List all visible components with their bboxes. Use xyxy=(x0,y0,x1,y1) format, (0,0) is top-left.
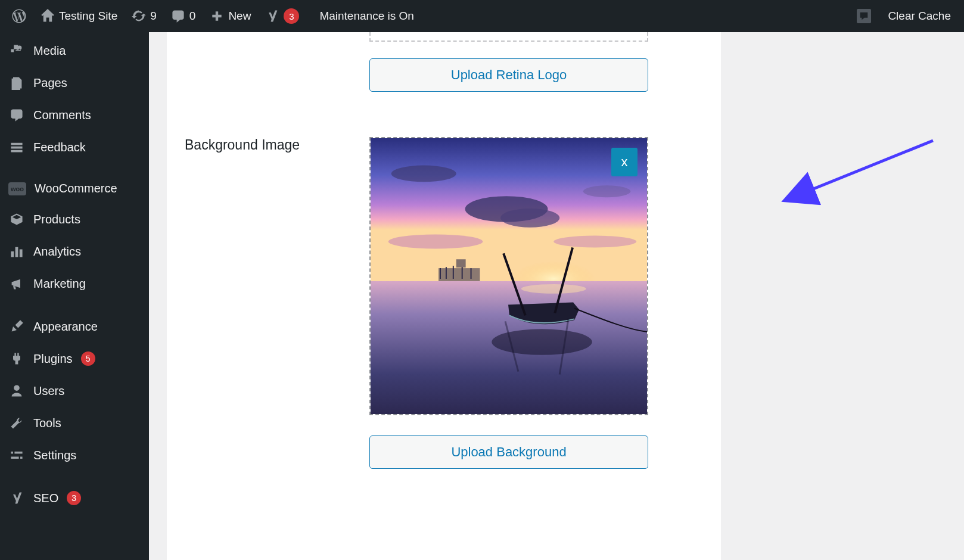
notification-icon xyxy=(857,9,871,23)
wp-logo-menu[interactable] xyxy=(5,0,33,32)
sidebar-item-label: Appearance xyxy=(33,320,98,334)
sidebar-item-label: Analytics xyxy=(33,245,81,259)
sidebar-item-comments[interactable]: Comments xyxy=(0,99,149,131)
new-label: New xyxy=(228,10,251,23)
products-icon xyxy=(8,211,25,228)
sidebar-item-label: Tools xyxy=(33,416,61,430)
sidebar-item-media[interactable]: Media xyxy=(0,35,149,67)
maintenance-menu[interactable]: Maintenance is On xyxy=(306,0,421,32)
retina-logo-placeholder xyxy=(369,32,648,42)
sidebar-item-plugins[interactable]: Plugins 5 xyxy=(0,343,149,375)
sidebar-item-label: Pages xyxy=(33,76,67,90)
background-image-label: Background Image xyxy=(185,137,300,153)
sidebar-item-seo[interactable]: SEO 3 xyxy=(0,482,149,514)
svg-point-6 xyxy=(388,235,483,249)
seo-icon xyxy=(8,490,25,506)
sidebar-item-label: Products xyxy=(33,213,80,226)
remove-image-button[interactable]: x xyxy=(611,148,638,176)
analytics-icon xyxy=(8,243,25,260)
content-area: Upload Retina Logo Background Image xyxy=(149,32,964,560)
sidebar-item-label: Feedback xyxy=(33,141,86,154)
sunset-image xyxy=(371,138,647,414)
svg-line-22 xyxy=(806,141,933,192)
sidebar-item-label: Settings xyxy=(33,449,76,462)
sidebar-item-settings[interactable]: Settings xyxy=(0,439,149,471)
sidebar-item-appearance[interactable]: Appearance xyxy=(0,310,149,343)
wordpress-icon xyxy=(12,9,26,23)
svg-point-19 xyxy=(492,329,592,355)
seo-badge: 3 xyxy=(67,491,81,505)
maintenance-label: Maintenance is On xyxy=(319,10,413,23)
svg-point-5 xyxy=(583,185,630,197)
sidebar-item-label: Plugins xyxy=(33,352,73,366)
admin-bar: Testing Site 9 0 New 3 Maintenance is On… xyxy=(0,0,964,32)
feedback-icon xyxy=(8,139,25,155)
settings-panel: Upload Retina Logo Background Image xyxy=(167,32,721,560)
svg-rect-8 xyxy=(439,268,480,281)
svg-point-4 xyxy=(391,166,456,182)
sidebar-item-pages[interactable]: Pages xyxy=(0,67,149,99)
sidebar-item-users[interactable]: Users xyxy=(0,375,149,407)
comments-count: 0 xyxy=(189,10,196,23)
sidebar-item-label: Users xyxy=(33,384,64,398)
sidebar-item-label: Media xyxy=(33,44,66,58)
media-icon xyxy=(8,42,25,59)
updates-icon xyxy=(132,9,146,23)
marketing-icon xyxy=(8,275,25,292)
site-name-label: Testing Site xyxy=(59,10,117,23)
upload-retina-logo-button[interactable]: Upload Retina Logo xyxy=(369,58,648,92)
sidebar-item-products[interactable]: Products xyxy=(0,203,149,235)
new-content-menu[interactable]: New xyxy=(203,0,258,32)
site-name-menu[interactable]: Testing Site xyxy=(33,0,125,32)
sidebar-item-analytics[interactable]: Analytics xyxy=(0,235,149,267)
background-image-preview: x xyxy=(369,137,648,415)
sidebar-item-label: WooCommerce xyxy=(35,182,117,195)
yoast-menu[interactable]: 3 xyxy=(258,0,306,32)
annotation-arrow xyxy=(799,139,936,199)
sidebar-item-label: SEO xyxy=(33,491,58,505)
yoast-icon xyxy=(265,9,279,23)
remove-x-label: x xyxy=(621,154,628,170)
yoast-badge: 3 xyxy=(284,8,299,24)
tools-icon xyxy=(8,415,25,431)
home-icon xyxy=(41,9,55,23)
svg-point-16 xyxy=(521,284,586,294)
sidebar-item-marketing[interactable]: Marketing xyxy=(0,267,149,300)
users-icon xyxy=(8,382,25,399)
button-label: Upload Retina Logo xyxy=(451,67,567,82)
appearance-icon xyxy=(8,318,25,335)
svg-point-3 xyxy=(500,209,559,228)
comments-menu[interactable]: 0 xyxy=(164,0,203,32)
sidebar-item-woocommerce[interactable]: woo WooCommerce xyxy=(0,174,149,203)
pages-icon xyxy=(8,74,25,91)
settings-icon xyxy=(8,447,25,463)
updates-count: 9 xyxy=(150,10,157,23)
admin-sidebar: Media Pages Comments Feedback woo WooCom… xyxy=(0,32,149,560)
clear-cache-button[interactable]: Clear Cache xyxy=(879,10,959,23)
plus-icon xyxy=(210,9,224,23)
sidebar-item-tools[interactable]: Tools xyxy=(0,407,149,439)
woocommerce-icon: woo xyxy=(8,182,26,195)
comment-icon xyxy=(8,107,25,123)
clear-cache-label: Clear Cache xyxy=(888,10,951,23)
sidebar-item-feedback[interactable]: Feedback xyxy=(0,131,149,163)
svg-rect-14 xyxy=(456,259,466,267)
plugins-badge: 5 xyxy=(81,351,95,366)
updates-menu[interactable]: 9 xyxy=(125,0,164,32)
button-label: Upload Background xyxy=(451,444,566,459)
comments-icon xyxy=(171,9,185,23)
notifications-menu[interactable] xyxy=(848,9,879,23)
upload-background-button[interactable]: Upload Background xyxy=(369,435,648,469)
sidebar-item-label: Comments xyxy=(33,108,91,122)
sidebar-item-label: Marketing xyxy=(33,277,86,291)
plugins-icon xyxy=(8,350,25,367)
svg-point-7 xyxy=(553,236,636,248)
